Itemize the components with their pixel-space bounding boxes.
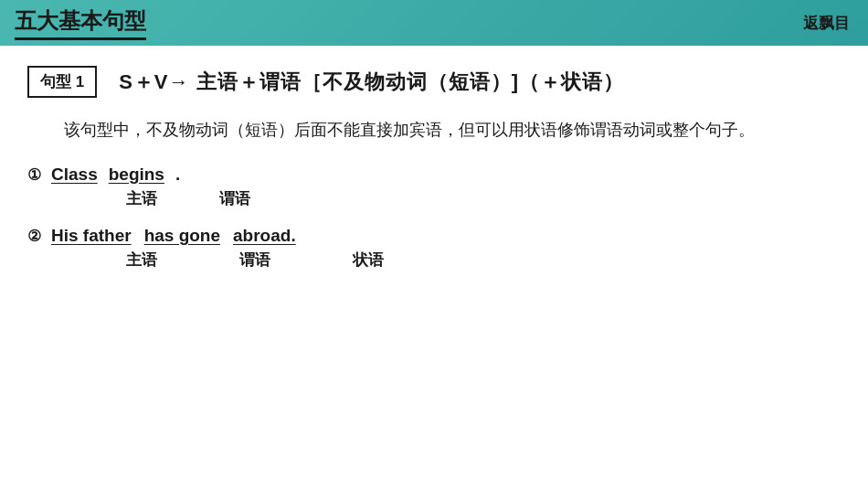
example-1-row: ① Class begins .: [27, 165, 831, 185]
slide: 五大基本句型 返飘目 句型 1 S＋V→ 主语＋谓语［不及物动词（短语）]（＋状…: [0, 0, 868, 489]
example-2-text: His father has gone abroad.: [51, 226, 296, 246]
example-2-word-1: His father: [51, 226, 132, 246]
grammar-label-subject-1: 主语: [126, 188, 157, 209]
description-text: 该句型中，不及物动词（短语）后面不能直接加宾语，但可以用状语修饰谓语动词或整个句…: [27, 116, 831, 144]
example-1-word-2: begins: [109, 165, 164, 185]
example-2: ② His father has gone abroad. 主语 谓语 状语: [27, 226, 831, 271]
sentence-formula: S＋V→ 主语＋谓语［不及物动词（短语）]（＋状语）: [119, 69, 624, 96]
example-1-num: ①: [27, 165, 48, 185]
example-2-row: ② His father has gone abroad.: [27, 226, 831, 246]
example-1-word-3: .: [175, 165, 180, 185]
example-2-word-3: abroad.: [233, 226, 296, 246]
example-1-text: Class begins .: [51, 165, 180, 185]
sentence-type-row: 句型 1 S＋V→ 主语＋谓语［不及物动词（短语）]（＋状语）: [27, 66, 831, 98]
grammar-label-subject-2: 主语: [126, 250, 157, 271]
example-1-grammar: 主语 谓语: [27, 188, 831, 209]
grammar-label-predicate-1: 谓语: [219, 188, 250, 209]
grammar-label-predicate-2: 谓语: [239, 250, 270, 271]
content-area: 句型 1 S＋V→ 主语＋谓语［不及物动词（短语）]（＋状语） 该句型中，不及物…: [0, 46, 868, 489]
header-title: 五大基本句型: [15, 6, 146, 40]
example-2-word-2: has gone: [144, 226, 220, 246]
header: 五大基本句型 返飘目: [0, 0, 868, 46]
example-1: ① Class begins . 主语 谓语: [27, 165, 831, 209]
sentence-type-tag: 句型 1: [27, 66, 97, 98]
example-2-num: ②: [27, 227, 48, 246]
example-2-grammar: 主语 谓语 状语: [27, 250, 831, 271]
back-button[interactable]: 返飘目: [803, 13, 850, 34]
example-1-word-1: Class: [51, 165, 98, 185]
grammar-label-adverbial-2: 状语: [353, 250, 384, 271]
